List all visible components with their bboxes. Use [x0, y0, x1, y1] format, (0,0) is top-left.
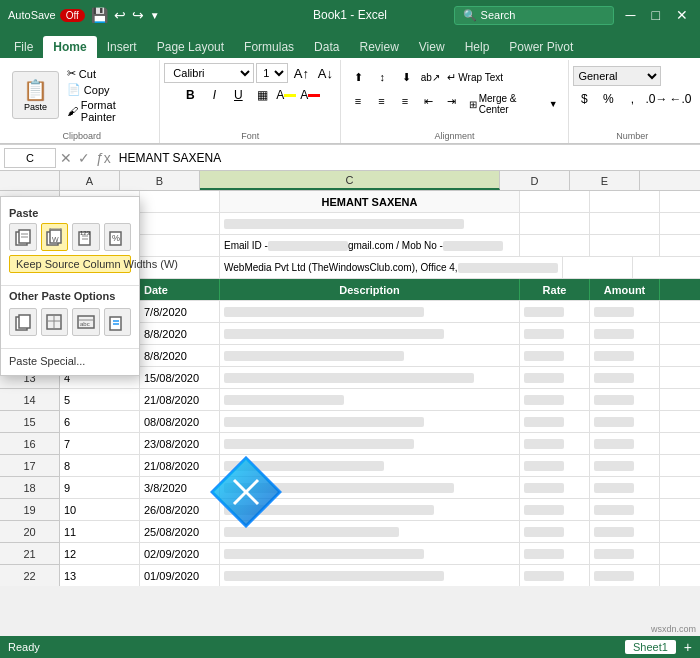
cell-amount[interactable]	[590, 411, 660, 432]
cell-rate[interactable]	[520, 301, 590, 322]
insert-function-icon[interactable]: ƒx	[96, 150, 111, 166]
cell-amount[interactable]	[590, 367, 660, 388]
cell-date[interactable]: 7/8/2020	[140, 301, 220, 322]
cell-srno[interactable]: 11	[60, 521, 140, 542]
cell-rate[interactable]	[520, 543, 590, 564]
confirm-formula-icon[interactable]: ✓	[78, 150, 90, 166]
add-sheet-button[interactable]: +	[684, 639, 692, 655]
cell-reference-input[interactable]	[4, 148, 56, 168]
shape-overlay[interactable]	[210, 456, 282, 528]
col-header-D[interactable]: D	[500, 171, 570, 190]
align-top-button[interactable]: ⬆	[347, 67, 369, 87]
cell-amount[interactable]	[590, 455, 660, 476]
cell-rate[interactable]	[520, 323, 590, 344]
paste-option-2-keep-width[interactable]: W	[41, 223, 69, 251]
cell-desc[interactable]	[220, 433, 520, 454]
tab-formulas[interactable]: Formulas	[234, 36, 304, 58]
cell-date[interactable]: 26/08/2020	[140, 499, 220, 520]
col-header-B[interactable]: B	[120, 171, 200, 190]
col-header-C[interactable]: C	[200, 171, 500, 190]
cell-amount[interactable]	[590, 345, 660, 366]
cell-srno[interactable]: 12	[60, 543, 140, 564]
undo-icon[interactable]: ↩	[114, 7, 126, 23]
cell-amount[interactable]	[590, 433, 660, 454]
col-header-A[interactable]: A	[60, 171, 120, 190]
cell-B5[interactable]	[140, 191, 220, 212]
cell-date[interactable]: 25/08/2020	[140, 521, 220, 542]
copy-button[interactable]: 📄 Copy	[65, 82, 153, 97]
cell-srno[interactable]: 9	[60, 477, 140, 498]
bold-button[interactable]: B	[179, 85, 201, 105]
fill-color-button[interactable]: A	[275, 85, 297, 105]
align-bottom-button[interactable]: ⬇	[395, 67, 417, 87]
cell-desc[interactable]	[220, 345, 520, 366]
cell-amount[interactable]	[590, 477, 660, 498]
cell-amount-header[interactable]: Amount	[590, 279, 660, 300]
autosave-toggle[interactable]: Off	[60, 9, 85, 22]
cancel-formula-icon[interactable]: ✕	[60, 150, 72, 166]
cell-amount[interactable]	[590, 323, 660, 344]
cell-srno[interactable]: 10	[60, 499, 140, 520]
formula-input[interactable]	[115, 151, 696, 165]
cell-D5[interactable]	[520, 191, 590, 212]
cell-date-header[interactable]: Date	[140, 279, 220, 300]
align-left-button[interactable]: ≡	[347, 91, 368, 111]
cell-D6[interactable]	[520, 213, 590, 234]
cell-rate[interactable]	[520, 367, 590, 388]
cell-srno[interactable]: 8	[60, 455, 140, 476]
cell-srno[interactable]: 13	[60, 565, 140, 586]
cell-date[interactable]: 02/09/2020	[140, 543, 220, 564]
tab-page-layout[interactable]: Page Layout	[147, 36, 234, 58]
paste-option-4[interactable]: %	[104, 223, 132, 251]
cell-date[interactable]: 15/08/2020	[140, 367, 220, 388]
cell-rate-header[interactable]: Rate	[520, 279, 590, 300]
paste-option-1[interactable]	[9, 223, 37, 251]
cell-rate[interactable]	[520, 521, 590, 542]
cell-srno[interactable]: 6	[60, 411, 140, 432]
cell-desc[interactable]	[220, 565, 520, 586]
other-paste-option-2[interactable]	[41, 308, 69, 336]
search-box[interactable]: 🔍 Search	[454, 6, 614, 25]
cell-rate[interactable]	[520, 433, 590, 454]
cell-date[interactable]: 3/8/2020	[140, 477, 220, 498]
tab-data[interactable]: Data	[304, 36, 349, 58]
font-color-button[interactable]: A	[299, 85, 321, 105]
cell-amount[interactable]	[590, 389, 660, 410]
cell-rate[interactable]	[520, 345, 590, 366]
redo-icon[interactable]: ↪	[132, 7, 144, 23]
border-button[interactable]: ▦	[251, 85, 273, 105]
cell-rate[interactable]	[520, 477, 590, 498]
cell-date[interactable]: 08/08/2020	[140, 411, 220, 432]
other-paste-option-1[interactable]	[9, 308, 37, 336]
cell-rate[interactable]	[520, 411, 590, 432]
cell-rate[interactable]	[520, 499, 590, 520]
cell-company[interactable]: WebMedia Pvt Ltd (TheWindowsClub.com), O…	[220, 257, 563, 278]
minimize-button[interactable]: ─	[622, 7, 640, 23]
cell-desc[interactable]	[220, 367, 520, 388]
cell-name[interactable]: HEMANT SAXENA	[220, 191, 520, 212]
format-painter-button[interactable]: 🖌 Format Painter	[65, 98, 153, 124]
cell-rate[interactable]	[520, 565, 590, 586]
currency-button[interactable]: $	[573, 89, 595, 109]
cell-desc[interactable]	[220, 543, 520, 564]
font-family-select[interactable]: Calibri	[164, 63, 254, 83]
merge-center-button[interactable]: ⊞ Merge & Center ▼	[465, 91, 562, 117]
paste-special-link[interactable]: Paste Special...	[1, 353, 139, 369]
cell-amount[interactable]	[590, 521, 660, 542]
cell-E8[interactable]	[633, 257, 700, 278]
other-paste-option-4[interactable]	[104, 308, 132, 336]
cell-C6[interactable]	[220, 213, 520, 234]
cell-date[interactable]: 01/09/2020	[140, 565, 220, 586]
increase-font-button[interactable]: A↑	[290, 63, 312, 83]
customize-icon[interactable]: ▼	[150, 10, 160, 21]
align-center-button[interactable]: ≡	[371, 91, 392, 111]
number-format-select[interactable]: General	[573, 66, 661, 86]
align-right-button[interactable]: ≡	[394, 91, 415, 111]
indent-less-button[interactable]: ⇤	[418, 91, 439, 111]
wrap-text-button[interactable]: ↵ Wrap Text	[443, 67, 507, 87]
close-button[interactable]: ✕	[672, 7, 692, 23]
cell-date[interactable]: 8/8/2020	[140, 345, 220, 366]
merge-dropdown-icon[interactable]: ▼	[549, 99, 558, 109]
percent-button[interactable]: %	[597, 89, 619, 109]
cell-E7[interactable]	[590, 235, 660, 256]
